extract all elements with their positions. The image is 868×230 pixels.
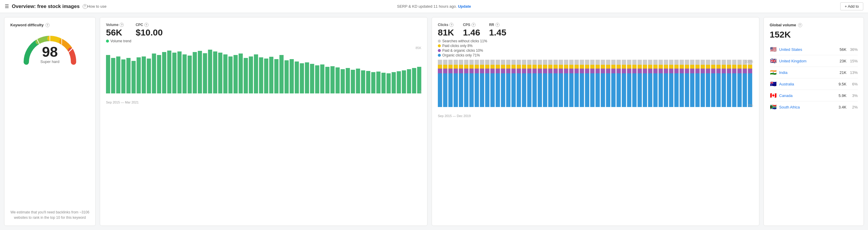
svg-rect-207 <box>627 65 631 68</box>
svg-rect-214 <box>638 60 642 65</box>
svg-rect-247 <box>680 65 684 68</box>
svg-rect-165 <box>569 73 574 107</box>
volume-trend-label: Volume trend <box>106 39 421 43</box>
svg-rect-2 <box>116 56 120 93</box>
svg-rect-63 <box>438 65 442 68</box>
svg-rect-208 <box>627 68 631 73</box>
country-name[interactable]: United Kingdom <box>779 59 832 63</box>
svg-rect-182 <box>595 60 600 65</box>
svg-rect-93 <box>475 73 479 107</box>
svg-rect-69 <box>443 73 447 107</box>
svg-rect-71 <box>448 65 453 68</box>
cps-value: 1.46 <box>463 28 480 37</box>
svg-rect-150 <box>554 60 558 65</box>
svg-rect-244 <box>674 68 679 73</box>
svg-rect-265 <box>701 73 705 107</box>
country-row: 🇦🇺 Australia 9.5K 6% <box>770 78 858 90</box>
global-help-icon[interactable]: ? <box>798 23 802 27</box>
svg-rect-40 <box>310 64 314 93</box>
svg-rect-186 <box>601 60 605 65</box>
volume-help-icon[interactable]: ? <box>120 23 124 27</box>
svg-rect-141 <box>538 73 542 107</box>
svg-rect-131 <box>527 65 532 68</box>
svg-rect-83 <box>464 65 469 68</box>
country-volume: 56K <box>835 47 846 52</box>
how-to-use-link[interactable]: How to use <box>87 4 106 8</box>
kd-help-icon[interactable]: ? <box>45 23 50 27</box>
svg-rect-10 <box>157 55 161 93</box>
svg-rect-205 <box>622 73 626 107</box>
country-name[interactable]: India <box>779 70 832 75</box>
cpc-help-icon[interactable]: ? <box>144 23 149 27</box>
svg-rect-64 <box>438 68 442 73</box>
legend-dot-purple <box>438 49 441 52</box>
svg-rect-238 <box>669 60 674 65</box>
svg-rect-274 <box>716 60 721 65</box>
svg-rect-151 <box>554 65 558 68</box>
cps-help-icon[interactable]: ? <box>471 23 476 27</box>
svg-rect-284 <box>727 68 731 73</box>
svg-rect-125 <box>517 73 521 107</box>
svg-rect-56 <box>392 72 396 93</box>
svg-rect-177 <box>585 73 589 107</box>
svg-rect-26 <box>239 54 243 93</box>
menu-icon[interactable]: ☰ <box>5 4 9 9</box>
add-to-button[interactable]: + Add to <box>840 2 863 10</box>
svg-rect-144 <box>543 68 547 73</box>
country-pct: 15% <box>849 59 858 63</box>
svg-rect-253 <box>685 73 689 107</box>
svg-rect-232 <box>659 68 663 73</box>
country-name[interactable]: South Africa <box>779 105 832 109</box>
svg-rect-13 <box>173 53 177 93</box>
svg-rect-210 <box>632 60 637 65</box>
svg-rect-148 <box>548 68 553 73</box>
svg-rect-170 <box>580 60 584 65</box>
svg-rect-135 <box>532 65 537 68</box>
clicks-legend: Searches without clicks 11% Paid clicks … <box>438 39 753 57</box>
svg-rect-98 <box>485 60 490 65</box>
svg-rect-29 <box>254 54 258 93</box>
volume-bars-svg <box>106 46 421 93</box>
country-row: 🇮🇳 India 21K 13% <box>770 67 858 78</box>
svg-rect-124 <box>517 68 521 73</box>
svg-rect-169 <box>575 73 579 107</box>
svg-rect-269 <box>706 73 710 107</box>
svg-rect-37 <box>294 61 299 93</box>
svg-rect-132 <box>527 68 532 73</box>
clicks-help-icon[interactable]: ? <box>450 23 454 27</box>
svg-rect-290 <box>738 60 742 65</box>
svg-rect-105 <box>490 73 495 107</box>
svg-rect-123 <box>517 65 521 68</box>
rr-header: RR ? <box>489 23 506 27</box>
svg-rect-101 <box>485 73 490 107</box>
country-volume: 5.9K <box>835 93 846 98</box>
svg-rect-174 <box>585 60 589 65</box>
svg-rect-181 <box>590 73 595 107</box>
country-name[interactable]: Canada <box>779 93 832 98</box>
svg-rect-243 <box>674 65 679 68</box>
global-header: Global volume ? <box>770 23 858 27</box>
svg-rect-251 <box>685 65 689 68</box>
svg-rect-43 <box>326 67 330 93</box>
country-row: 🇺🇸 United States 56K 36% <box>770 44 858 55</box>
svg-rect-22 <box>218 53 222 93</box>
svg-rect-221 <box>643 73 647 107</box>
svg-rect-278 <box>721 60 726 65</box>
svg-rect-226 <box>653 60 658 65</box>
update-link[interactable]: Update <box>458 4 471 8</box>
svg-rect-94 <box>480 60 484 65</box>
country-name[interactable]: Australia <box>779 82 832 86</box>
svg-rect-118 <box>512 60 516 65</box>
svg-rect-291 <box>738 65 742 68</box>
svg-rect-1 <box>111 58 115 93</box>
svg-rect-271 <box>711 65 716 68</box>
rr-help-icon[interactable]: ? <box>495 23 500 27</box>
svg-rect-116 <box>506 68 510 73</box>
svg-rect-77 <box>454 73 458 107</box>
country-name[interactable]: United States <box>779 47 832 52</box>
svg-rect-268 <box>706 68 710 73</box>
svg-rect-154 <box>559 60 563 65</box>
svg-rect-166 <box>575 60 579 65</box>
country-row: 🇿🇦 South Africa 3.4K 2% <box>770 102 858 113</box>
svg-rect-153 <box>554 73 558 107</box>
